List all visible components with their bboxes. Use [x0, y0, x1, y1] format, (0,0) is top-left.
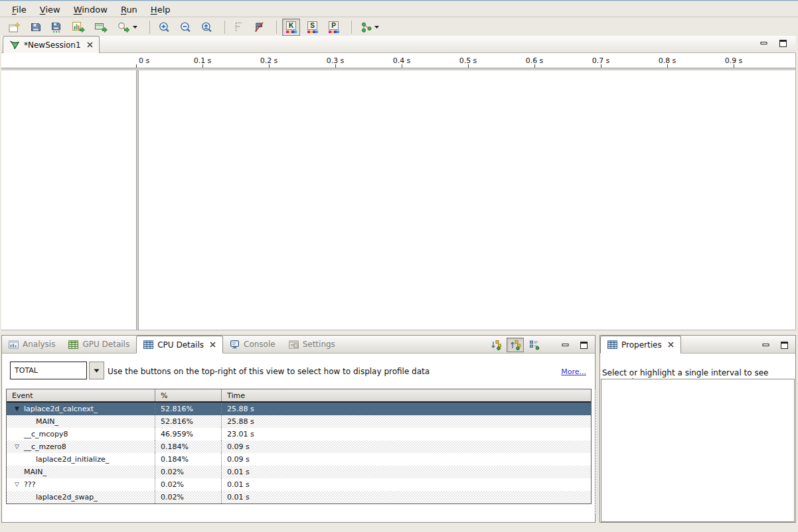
search-icon: [118, 22, 130, 33]
zoom-fit-icon: [201, 22, 212, 33]
percent-value: 0.184%: [155, 440, 221, 453]
time-value: 25.88 s: [221, 415, 591, 428]
cpu-table-row[interactable]: ▽__c_mzero80.184%0.09 s: [7, 440, 591, 453]
save-all-button[interactable]: [48, 19, 66, 36]
session-tab[interactable]: *NewSession1: [3, 36, 100, 53]
profile-scope-combo: TOTAL: [10, 362, 104, 379]
dropdown-caret-icon[interactable]: [133, 26, 137, 29]
minimize-button[interactable]: [762, 342, 770, 349]
cpu-table-row[interactable]: laplace2d_swap_0.02%0.01 s: [7, 491, 591, 503]
export-chart-button[interactable]: [69, 19, 88, 35]
gpu-table-icon: [68, 340, 78, 349]
percent-value: 52.816%: [155, 415, 221, 428]
tab-cpu-details[interactable]: CPU Details: [136, 336, 223, 354]
minimize-button[interactable]: [562, 342, 570, 349]
tab-label: Analysis: [23, 340, 55, 349]
chevron-down-icon: [94, 369, 100, 373]
event-name: __c_mcopy8: [24, 430, 68, 438]
save-button[interactable]: [27, 19, 44, 35]
percent-value: 0.184%: [155, 453, 221, 466]
column-header-percent[interactable]: %: [155, 389, 221, 401]
properties-icon: [607, 340, 617, 349]
bottom-up-tree-view-button[interactable]: [507, 338, 524, 352]
new-session-icon: [9, 22, 21, 33]
cpu-table-row[interactable]: ▼laplace2d_calcnext_52.816%25.88 s: [7, 403, 591, 415]
maximize-button[interactable]: [580, 342, 588, 349]
zoom-in-button[interactable]: [155, 19, 173, 36]
event-cell: laplace2d_initialize_: [7, 453, 155, 466]
dropdown-caret-icon[interactable]: [374, 26, 379, 29]
more-link[interactable]: More...: [561, 367, 586, 376]
close-icon[interactable]: [668, 342, 674, 348]
percent-value: 0.02%: [155, 478, 221, 491]
zoom-fit-button[interactable]: [198, 19, 216, 36]
time-value: 0.01 s: [221, 466, 591, 478]
cpu-table-row[interactable]: __c_mcopy846.959%23.01 s: [7, 428, 591, 440]
console-icon: [230, 340, 240, 349]
cpu-table-row[interactable]: ▽???0.02%0.01 s: [7, 478, 591, 491]
zoom-out-icon: [180, 22, 191, 33]
properties-tab-label: Properties: [621, 340, 662, 350]
event-name: MAIN_: [36, 417, 58, 426]
process-view-button[interactable]: P: [325, 19, 343, 36]
percent-value: 0.02%: [155, 466, 221, 478]
event-cell: __c_mcopy8: [7, 428, 155, 440]
menu-window[interactable]: Window: [67, 3, 114, 16]
event-cell: ▼laplace2d_calcnext_: [7, 403, 155, 415]
menu-view[interactable]: View: [33, 3, 67, 16]
analysis-icon: [9, 340, 19, 349]
menu-file[interactable]: File: [5, 3, 33, 16]
details-panel: AnalysisGPU DetailsCPU DetailsConsoleSet…: [1, 335, 596, 523]
nvvp-window: FileViewWindowRunHelp KSP *NewSession1 0…: [0, 0, 798, 532]
event-name: laplace2d_swap_: [36, 493, 98, 501]
tab-console[interactable]: Console: [223, 336, 282, 353]
maximize-button[interactable]: [781, 342, 789, 349]
letter-P-icon: P: [328, 21, 339, 33]
set-marker-button[interactable]: [230, 19, 247, 35]
tab-analysis[interactable]: Analysis: [2, 336, 62, 353]
column-header-event[interactable]: Event: [7, 389, 155, 401]
search-button[interactable]: [114, 19, 141, 35]
properties-content: Select or highlight a single interval to…: [600, 354, 795, 522]
flag-dotted-icon: [234, 22, 244, 33]
minimize-button[interactable]: [760, 40, 768, 47]
top-down-tree-view-button[interactable]: [487, 338, 505, 352]
column-header-time[interactable]: Time: [221, 389, 591, 401]
event-cell: MAIN_: [7, 415, 155, 428]
profile-scope-value[interactable]: TOTAL: [10, 362, 87, 379]
tab-properties[interactable]: Properties: [600, 336, 681, 354]
code-structure-view-button[interactable]: [526, 338, 543, 352]
settings-icon: [289, 340, 299, 349]
expander-icon[interactable]: ▼: [13, 406, 21, 412]
cpu-table-row[interactable]: laplace2d_initialize_0.184%0.09 s: [7, 453, 591, 466]
timeline-canvas[interactable]: [1, 70, 795, 330]
clear-marker-button[interactable]: [250, 19, 268, 35]
kernel-view-button[interactable]: K: [282, 19, 300, 36]
percent-value: 46.959%: [155, 428, 221, 440]
combo-dropdown-button[interactable]: [89, 362, 104, 379]
properties-tab-bar: Properties: [600, 336, 795, 354]
tab-settings[interactable]: Settings: [282, 336, 342, 353]
percent-value: 52.816%: [155, 403, 221, 415]
analysis-tree-button[interactable]: [357, 19, 382, 35]
close-icon[interactable]: [87, 42, 93, 48]
toolbar-separator: [149, 21, 150, 34]
menu-run[interactable]: Run: [114, 3, 144, 16]
cpu-table-row[interactable]: MAIN_0.02%0.01 s: [7, 466, 591, 478]
tree-up-icon: [510, 340, 521, 350]
stream-view-button[interactable]: S: [303, 19, 321, 36]
expander-icon[interactable]: ▽: [13, 482, 21, 488]
zoom-out-button[interactable]: [177, 19, 195, 36]
time-value: 0.09 s: [221, 453, 591, 466]
new-session-button[interactable]: [5, 19, 24, 36]
table-scrollbar[interactable]: [594, 389, 599, 515]
expander-icon[interactable]: ▽: [13, 444, 21, 450]
tab-gpu-details[interactable]: GPU Details: [62, 336, 136, 353]
menu-help[interactable]: Help: [144, 3, 177, 16]
maximize-button[interactable]: [779, 40, 787, 47]
cpu-table-row[interactable]: MAIN_52.816%25.88 s: [7, 415, 591, 428]
export-data-button[interactable]: [92, 19, 111, 35]
letter-K-icon: K: [285, 21, 297, 33]
close-icon[interactable]: [210, 342, 216, 348]
tab-label: GPU Details: [82, 340, 129, 349]
